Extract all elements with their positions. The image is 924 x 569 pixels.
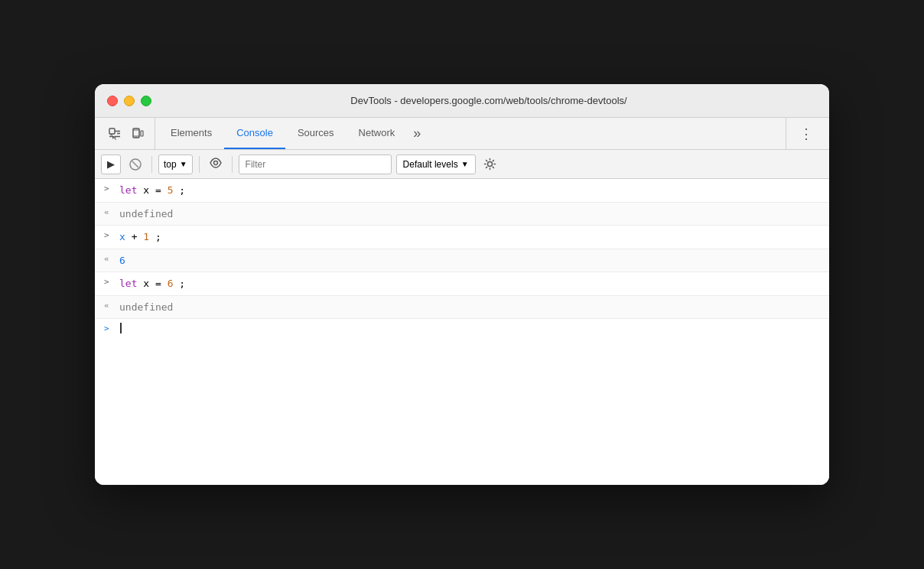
settings-button[interactable] (480, 154, 500, 174)
inspect-element-button[interactable] (104, 123, 125, 145)
console-entry-2-input: > x + 1 ; (95, 226, 829, 249)
code-text: x (143, 184, 155, 196)
context-arrow-icon: ▼ (180, 160, 187, 168)
code-content-2: x + 1 ; (119, 229, 820, 245)
output-arrow: « (104, 207, 119, 217)
toolbar-icons (98, 118, 155, 149)
tabs: Elements Console Sources Network » (155, 118, 786, 149)
title-bar: DevTools - developers.google.com/web/too… (95, 84, 829, 118)
traffic-lights (107, 96, 151, 106)
sidebar-icon: ▶ (107, 158, 115, 170)
console-prompt-row[interactable]: > (95, 319, 829, 340)
levels-arrow-icon: ▼ (461, 160, 469, 168)
code-semi-2: ; (155, 231, 161, 242)
console-entry-1-input: > let x = 5 ; (95, 179, 829, 203)
maximize-button[interactable] (141, 96, 151, 106)
svg-rect-0 (109, 128, 115, 134)
devtools-tab-bar: Elements Console Sources Network » ⋮ (95, 118, 829, 150)
console-entry-1-output: « undefined (95, 203, 829, 226)
var-x: x (119, 231, 125, 242)
svg-point-13 (488, 162, 493, 167)
output-arrow-3: « (104, 301, 119, 311)
tab-sources[interactable]: Sources (285, 118, 346, 149)
console-entry-3-output: « undefined (95, 296, 829, 320)
code-content-3: let x = 6 ; (119, 276, 820, 291)
code-content: let x = 5 ; (119, 183, 820, 198)
tab-console[interactable]: Console (224, 118, 285, 149)
code-semi: ; (179, 184, 185, 196)
code-op: + (132, 231, 144, 242)
log-levels-button[interactable]: Default levels ▼ (396, 154, 476, 174)
cursor (120, 323, 122, 333)
context-selector[interactable]: top ▼ (158, 154, 193, 174)
prompt-content[interactable] (119, 323, 820, 333)
input-arrow: > (104, 184, 119, 193)
svg-point-9 (135, 136, 136, 137)
devtools-window: DevTools - developers.google.com/web/too… (95, 84, 829, 485)
console-output: > let x = 5 ; « undefined > x + 1 ; (95, 179, 829, 485)
close-button[interactable] (107, 96, 118, 106)
divider (151, 156, 152, 173)
number-5: 5 (168, 184, 174, 196)
filter-input[interactable] (239, 154, 392, 174)
eye-button[interactable] (206, 158, 226, 171)
levels-label: Default levels (403, 159, 458, 170)
prompt-arrow: > (104, 324, 119, 333)
console-entry-2-output: « 6 (95, 249, 829, 273)
sidebar-toggle-button[interactable]: ▶ (101, 154, 121, 174)
output-arrow-2: « (104, 254, 119, 264)
svg-rect-6 (141, 131, 143, 136)
tab-elements[interactable]: Elements (158, 118, 224, 149)
divider2 (199, 156, 200, 173)
more-tabs-button[interactable]: » (407, 118, 427, 149)
output-value-2: 6 (119, 253, 820, 268)
number-1: 1 (143, 231, 149, 242)
console-toolbar: ▶ top ▼ Default levels ▼ (95, 150, 829, 179)
code-equals-2: = (155, 278, 168, 289)
context-value: top (164, 159, 177, 170)
svg-point-12 (213, 161, 217, 164)
code-text-2: x (143, 278, 155, 289)
more-options-button[interactable]: ⋮ (795, 123, 817, 145)
svg-line-11 (132, 161, 138, 167)
console-entry-3-input: > let x = 6 ; (95, 272, 829, 296)
number-6: 6 (168, 278, 174, 289)
window-title: DevTools - developers.google.com/web/too… (161, 95, 817, 106)
toolbar-right: ⋮ (786, 118, 826, 149)
divider3 (232, 156, 233, 173)
output-value-3: undefined (119, 300, 820, 315)
output-value: undefined (119, 206, 820, 222)
input-arrow-2: > (104, 230, 119, 240)
code-semi-3: ; (179, 278, 185, 289)
keyword-let-2: let (119, 278, 137, 289)
minimize-button[interactable] (124, 96, 135, 106)
input-arrow-3: > (104, 277, 119, 287)
clear-console-button[interactable] (125, 154, 145, 174)
keyword-let: let (119, 184, 137, 196)
device-toolbar-button[interactable] (127, 123, 148, 145)
code-equals: = (155, 184, 168, 196)
tab-network[interactable]: Network (346, 118, 408, 149)
